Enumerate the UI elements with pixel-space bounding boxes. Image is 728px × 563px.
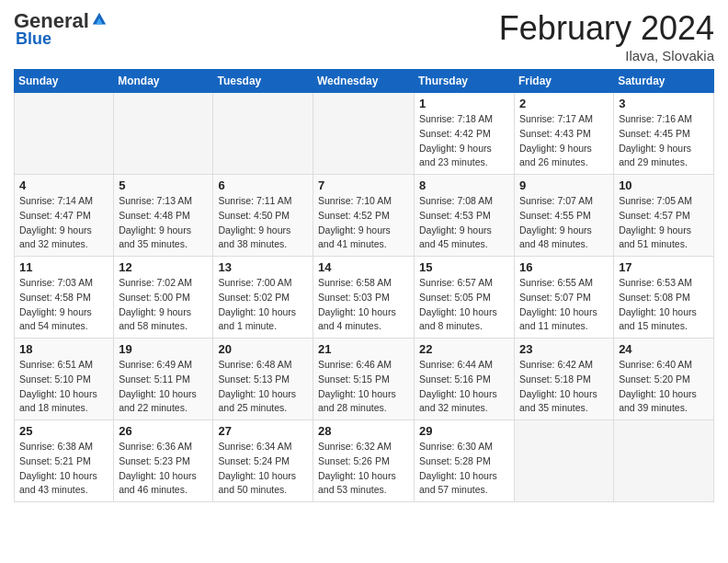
day-cell: 12Sunrise: 7:02 AM Sunset: 5:00 PM Dayli… [114,257,213,339]
day-detail: Sunrise: 6:40 AM Sunset: 5:20 PM Dayligh… [619,358,709,416]
header-thursday: Thursday [415,70,515,93]
day-detail: Sunrise: 7:13 AM Sunset: 4:48 PM Dayligh… [119,194,208,252]
day-cell: 25Sunrise: 6:38 AM Sunset: 5:21 PM Dayli… [15,420,114,502]
day-cell: 5Sunrise: 7:13 AM Sunset: 4:48 PM Daylig… [114,175,213,257]
day-detail: Sunrise: 6:42 AM Sunset: 5:18 PM Dayligh… [519,358,609,416]
day-number: 21 [318,342,409,356]
day-cell [114,93,213,175]
day-detail: Sunrise: 6:55 AM Sunset: 5:07 PM Dayligh… [519,276,609,334]
day-cell: 3Sunrise: 7:16 AM Sunset: 4:45 PM Daylig… [614,93,714,175]
day-cell: 16Sunrise: 6:55 AM Sunset: 5:07 PM Dayli… [515,257,614,339]
day-detail: Sunrise: 7:10 AM Sunset: 4:52 PM Dayligh… [318,194,409,252]
day-number: 11 [19,260,108,274]
day-detail: Sunrise: 7:08 AM Sunset: 4:53 PM Dayligh… [419,194,509,252]
day-detail: Sunrise: 6:34 AM Sunset: 5:24 PM Dayligh… [218,440,308,498]
day-number: 19 [119,342,208,356]
logo-blue: Blue [16,29,51,49]
week-row-3: 11Sunrise: 7:03 AM Sunset: 4:58 PM Dayli… [15,257,714,339]
day-detail: Sunrise: 7:18 AM Sunset: 4:42 PM Dayligh… [419,112,509,170]
day-number: 15 [419,260,509,274]
day-number: 22 [419,342,509,356]
week-row-5: 25Sunrise: 6:38 AM Sunset: 5:21 PM Dayli… [15,420,714,502]
day-cell [313,93,415,175]
day-number: 16 [519,260,609,274]
day-cell [15,93,114,175]
day-cell: 26Sunrise: 6:36 AM Sunset: 5:23 PM Dayli… [114,420,213,502]
day-detail: Sunrise: 6:38 AM Sunset: 5:21 PM Dayligh… [19,440,108,498]
day-cell: 4Sunrise: 7:14 AM Sunset: 4:47 PM Daylig… [15,175,114,257]
header-monday: Monday [114,70,213,93]
day-number: 13 [218,260,308,274]
day-cell: 23Sunrise: 6:42 AM Sunset: 5:18 PM Dayli… [515,339,614,420]
day-cell: 7Sunrise: 7:10 AM Sunset: 4:52 PM Daylig… [313,175,415,257]
day-number: 27 [218,424,308,438]
day-number: 20 [218,342,308,356]
day-number: 9 [519,178,609,192]
day-cell: 13Sunrise: 7:00 AM Sunset: 5:02 PM Dayli… [213,257,313,339]
calendar-body: 1Sunrise: 7:18 AM Sunset: 4:42 PM Daylig… [15,93,714,502]
header-wednesday: Wednesday [313,70,415,93]
day-number: 25 [19,424,108,438]
header-saturday: Saturday [614,70,714,93]
header-tuesday: Tuesday [213,70,313,93]
day-number: 14 [318,260,409,274]
day-cell: 15Sunrise: 6:57 AM Sunset: 5:05 PM Dayli… [415,257,515,339]
day-number: 3 [619,97,709,110]
header-sunday: Sunday [15,70,114,93]
day-cell: 2Sunrise: 7:17 AM Sunset: 4:43 PM Daylig… [515,93,614,175]
day-detail: Sunrise: 6:48 AM Sunset: 5:13 PM Dayligh… [218,358,308,416]
week-row-1: 1Sunrise: 7:18 AM Sunset: 4:42 PM Daylig… [15,93,714,175]
title-area: February 2024 Ilava, Slovakia [499,9,714,63]
page-header: General Blue February 2024 Ilava, Slovak… [14,9,714,63]
day-number: 23 [519,342,609,356]
day-cell: 29Sunrise: 6:30 AM Sunset: 5:28 PM Dayli… [415,420,515,502]
day-detail: Sunrise: 7:17 AM Sunset: 4:43 PM Dayligh… [519,112,609,170]
day-detail: Sunrise: 7:02 AM Sunset: 5:00 PM Dayligh… [119,276,208,334]
day-detail: Sunrise: 6:57 AM Sunset: 5:05 PM Dayligh… [419,276,509,334]
day-detail: Sunrise: 6:44 AM Sunset: 5:16 PM Dayligh… [419,358,509,416]
day-number: 17 [619,260,709,274]
month-title: February 2024 [499,9,714,48]
day-cell: 18Sunrise: 6:51 AM Sunset: 5:10 PM Dayli… [15,339,114,420]
day-number: 26 [119,424,208,438]
day-detail: Sunrise: 7:07 AM Sunset: 4:55 PM Dayligh… [519,194,609,252]
day-number: 4 [19,178,108,192]
day-number: 5 [119,178,208,192]
day-cell [515,420,614,502]
day-cell: 24Sunrise: 6:40 AM Sunset: 5:20 PM Dayli… [614,339,714,420]
day-detail: Sunrise: 7:16 AM Sunset: 4:45 PM Dayligh… [619,112,709,170]
calendar-table: SundayMondayTuesdayWednesdayThursdayFrid… [14,69,714,502]
day-number: 7 [318,178,409,192]
day-detail: Sunrise: 7:14 AM Sunset: 4:47 PM Dayligh… [19,194,108,252]
day-cell: 20Sunrise: 6:48 AM Sunset: 5:13 PM Dayli… [213,339,313,420]
day-number: 18 [19,342,108,356]
day-cell: 1Sunrise: 7:18 AM Sunset: 4:42 PM Daylig… [415,93,515,175]
week-row-4: 18Sunrise: 6:51 AM Sunset: 5:10 PM Dayli… [15,339,714,420]
day-number: 8 [419,178,509,192]
day-cell [213,93,313,175]
day-cell: 9Sunrise: 7:07 AM Sunset: 4:55 PM Daylig… [515,175,614,257]
logo: General Blue [14,9,108,49]
day-detail: Sunrise: 6:46 AM Sunset: 5:15 PM Dayligh… [318,358,409,416]
day-cell: 22Sunrise: 6:44 AM Sunset: 5:16 PM Dayli… [415,339,515,420]
day-number: 29 [419,424,509,438]
logo-icon [91,11,108,28]
day-number: 24 [619,342,709,356]
day-cell: 19Sunrise: 6:49 AM Sunset: 5:11 PM Dayli… [114,339,213,420]
location: Ilava, Slovakia [499,48,714,63]
day-number: 6 [218,178,308,192]
day-cell: 11Sunrise: 7:03 AM Sunset: 4:58 PM Dayli… [15,257,114,339]
day-detail: Sunrise: 6:36 AM Sunset: 5:23 PM Dayligh… [119,440,208,498]
day-number: 1 [419,97,509,110]
day-cell: 21Sunrise: 6:46 AM Sunset: 5:15 PM Dayli… [313,339,415,420]
day-cell: 10Sunrise: 7:05 AM Sunset: 4:57 PM Dayli… [614,175,714,257]
day-detail: Sunrise: 6:32 AM Sunset: 5:26 PM Dayligh… [318,440,409,498]
day-detail: Sunrise: 6:51 AM Sunset: 5:10 PM Dayligh… [19,358,108,416]
day-detail: Sunrise: 7:11 AM Sunset: 4:50 PM Dayligh… [218,194,308,252]
day-number: 2 [519,97,609,110]
day-detail: Sunrise: 6:53 AM Sunset: 5:08 PM Dayligh… [619,276,709,334]
day-detail: Sunrise: 7:00 AM Sunset: 5:02 PM Dayligh… [218,276,308,334]
day-cell: 14Sunrise: 6:58 AM Sunset: 5:03 PM Dayli… [313,257,415,339]
day-detail: Sunrise: 6:49 AM Sunset: 5:11 PM Dayligh… [119,358,208,416]
day-detail: Sunrise: 7:05 AM Sunset: 4:57 PM Dayligh… [619,194,709,252]
